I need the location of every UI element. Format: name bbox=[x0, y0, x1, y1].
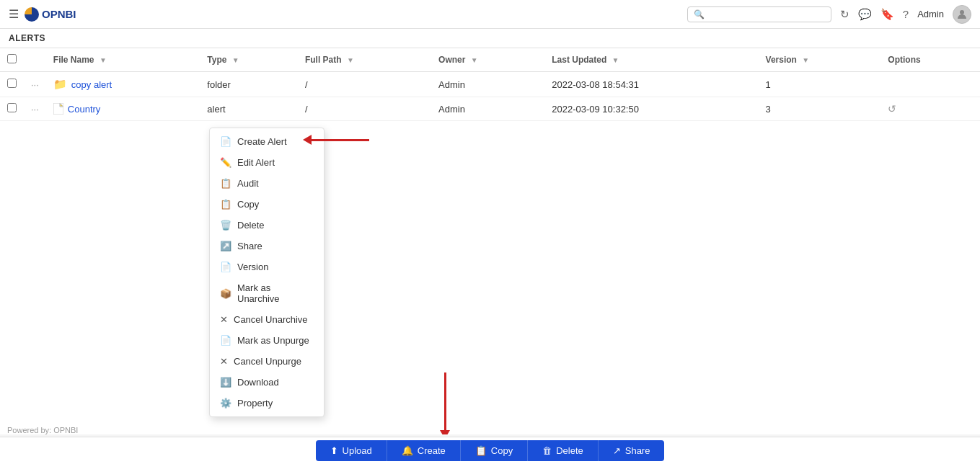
th-version[interactable]: Version ▼ bbox=[759, 48, 881, 72]
owner-filter-icon[interactable]: ▼ bbox=[471, 56, 478, 64]
folder-icon: 📁 bbox=[53, 78, 67, 91]
row-version: 3 bbox=[759, 97, 881, 121]
row-filename[interactable]: Country bbox=[46, 97, 200, 121]
unpurge-icon: 📄 bbox=[220, 335, 231, 346]
menu-item-label: Mark as Unarchive bbox=[237, 282, 314, 304]
property-icon: ⚙️ bbox=[220, 398, 231, 409]
row-dots-menu[interactable]: ··· bbox=[24, 72, 46, 97]
top-navigation: ☰ OPNBI 🔍 ↻ 💬 🔖 ? Admin bbox=[0, 0, 980, 29]
copy-icon: 📋 bbox=[475, 445, 487, 456]
row-checkbox-cell[interactable] bbox=[0, 97, 24, 121]
hamburger-icon[interactable]: ☰ bbox=[9, 7, 19, 21]
row-last-updated: 2022-03-08 18:54:31 bbox=[544, 72, 758, 97]
audit-icon: 📋 bbox=[220, 178, 231, 189]
share-button[interactable]: ↗ Share bbox=[599, 440, 665, 461]
menu-item-label: Audit bbox=[237, 178, 259, 189]
select-all-checkbox[interactable] bbox=[7, 54, 17, 63]
context-menu-item-version[interactable]: 📄Version bbox=[210, 256, 324, 277]
copy-button[interactable]: 📋 Copy bbox=[461, 440, 528, 461]
row-last-updated: 2022-03-09 10:32:50 bbox=[544, 97, 758, 121]
menu-item-label: Mark as Unpurge bbox=[237, 335, 309, 346]
main-content: File Name ▼ Type ▼ Full Path ▼ Owner ▼ bbox=[0, 48, 980, 434]
logo: OPNBI bbox=[25, 7, 76, 22]
delete-icon: 🗑 bbox=[542, 445, 552, 456]
page-header: ALERTS bbox=[0, 29, 980, 48]
cancel-unpurge-icon: ✕ bbox=[220, 356, 228, 367]
menu-item-label: Delete bbox=[237, 220, 265, 231]
create-icon: 🔔 bbox=[402, 445, 413, 456]
menu-item-label: Cancel Unpurge bbox=[234, 356, 301, 367]
context-menu-item-audit[interactable]: 📋Audit bbox=[210, 173, 324, 194]
fullpath-filter-icon[interactable]: ▼ bbox=[347, 56, 354, 64]
context-menu-item-download[interactable]: ⬇️Download bbox=[210, 372, 324, 393]
arrow-line bbox=[312, 139, 369, 141]
lastupdated-filter-icon[interactable]: ▼ bbox=[612, 56, 619, 64]
context-menu-item-share[interactable]: ↗️Share bbox=[210, 236, 324, 256]
edit-alert-icon: ✏️ bbox=[220, 157, 231, 168]
file-table: File Name ▼ Type ▼ Full Path ▼ Owner ▼ bbox=[0, 48, 980, 121]
version-icon: 📄 bbox=[220, 262, 231, 272]
row-owner: Admin bbox=[431, 97, 544, 121]
row-dots-menu[interactable]: ··· bbox=[24, 97, 46, 121]
search-box[interactable]: 🔍 bbox=[687, 6, 831, 22]
create-alert-icon: 📄 bbox=[220, 136, 231, 147]
create-button[interactable]: 🔔 Create bbox=[387, 440, 461, 461]
type-filter-icon[interactable]: ▼ bbox=[232, 56, 239, 64]
bookmark-icon[interactable]: 🔖 bbox=[880, 8, 894, 21]
history-icon[interactable]: ↺ bbox=[888, 103, 896, 115]
row-filename-text: copy alert bbox=[71, 79, 112, 90]
upload-button[interactable]: ⬆ Upload bbox=[316, 440, 387, 461]
chat-icon[interactable]: 💬 bbox=[858, 8, 872, 21]
row-checkbox-cell[interactable] bbox=[0, 72, 24, 97]
refresh-icon[interactable]: ↻ bbox=[840, 8, 849, 21]
copy-arrow bbox=[440, 372, 450, 434]
row-fullpath: / bbox=[298, 72, 431, 97]
select-all-checkbox-col[interactable] bbox=[0, 48, 24, 72]
share-menu-icon: ↗️ bbox=[220, 241, 231, 251]
nav-right: 🔍 ↻ 💬 🔖 ? Admin bbox=[687, 5, 971, 24]
row-filename-text: Country bbox=[68, 104, 101, 115]
row-checkbox[interactable] bbox=[7, 79, 17, 88]
context-menu-item-cancel-unarchive[interactable]: ✕Cancel Unarchive bbox=[210, 309, 324, 330]
filename-filter-icon[interactable]: ▼ bbox=[100, 56, 107, 64]
context-menu-item-delete[interactable]: 🗑️Delete bbox=[210, 215, 324, 236]
context-menu: 📄Create Alert✏️Edit Alert📋Audit📋Copy🗑️De… bbox=[209, 128, 325, 417]
delete-menu-icon: 🗑️ bbox=[220, 220, 231, 231]
row-options[interactable]: ↺ bbox=[880, 97, 980, 121]
context-menu-item-cancel-unpurge[interactable]: ✕Cancel Unpurge bbox=[210, 351, 324, 372]
download-icon: ⬇️ bbox=[220, 377, 231, 388]
delete-button[interactable]: 🗑 Delete bbox=[528, 440, 599, 461]
row-version: 1 bbox=[759, 72, 881, 97]
search-icon: 🔍 bbox=[694, 9, 705, 19]
row-type: alert bbox=[200, 97, 298, 121]
search-input[interactable] bbox=[707, 9, 825, 19]
context-menu-item-mark-as-unarchive[interactable]: 📦Mark as Unarchive bbox=[210, 277, 324, 309]
menu-item-label: Cancel Unarchive bbox=[234, 314, 308, 325]
th-fullpath[interactable]: Full Path ▼ bbox=[298, 48, 431, 72]
menu-item-label: Version bbox=[237, 262, 268, 272]
alert-file-icon bbox=[53, 103, 63, 115]
context-menu-item-property[interactable]: ⚙️Property bbox=[210, 393, 324, 414]
context-menu-item-mark-as-unpurge[interactable]: 📄Mark as Unpurge bbox=[210, 330, 324, 351]
context-menu-item-edit-alert[interactable]: ✏️Edit Alert bbox=[210, 152, 324, 173]
help-icon[interactable]: ? bbox=[903, 8, 909, 20]
row-filename[interactable]: 📁copy alert bbox=[46, 72, 200, 97]
context-menu-item-copy[interactable]: 📋Copy bbox=[210, 194, 324, 215]
arrow-head bbox=[303, 135, 312, 145]
footer-text: Powered by: OPNBI bbox=[7, 426, 78, 434]
version-filter-icon[interactable]: ▼ bbox=[802, 56, 809, 64]
row-type: folder bbox=[200, 72, 298, 97]
menu-item-label: Edit Alert bbox=[237, 157, 275, 168]
nav-left: ☰ OPNBI bbox=[9, 7, 76, 22]
menu-item-label: Download bbox=[237, 377, 279, 388]
row-checkbox[interactable] bbox=[7, 103, 17, 112]
th-lastupdated[interactable]: Last Updated ▼ bbox=[544, 48, 758, 72]
menu-item-label: Copy bbox=[237, 199, 259, 210]
copy-menu-icon: 📋 bbox=[220, 199, 231, 210]
th-owner[interactable]: Owner ▼ bbox=[431, 48, 544, 72]
logo-text: OPNBI bbox=[42, 8, 76, 20]
th-filename[interactable]: File Name ▼ bbox=[46, 48, 200, 72]
th-type[interactable]: Type ▼ bbox=[200, 48, 298, 72]
file-table-container[interactable]: File Name ▼ Type ▼ Full Path ▼ Owner ▼ bbox=[0, 48, 980, 434]
th-options: Options bbox=[880, 48, 980, 72]
